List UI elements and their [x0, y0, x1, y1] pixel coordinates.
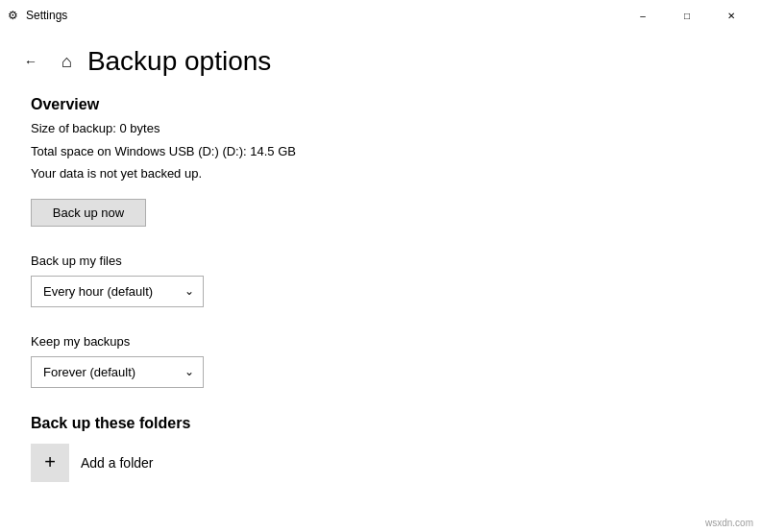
title-bar: ⚙ Settings – □ ✕	[0, 0, 761, 31]
backup-frequency-label: Back up my files	[31, 254, 730, 268]
add-folder-row: + Add a folder	[31, 444, 730, 482]
folders-section: Back up these folders + Add a folder	[31, 415, 730, 482]
title-bar-controls: – □ ✕	[621, 0, 753, 31]
folders-section-title: Back up these folders	[31, 415, 730, 432]
settings-app-icon: ⚙	[8, 9, 18, 22]
close-button[interactable]: ✕	[709, 0, 753, 31]
backup-frequency-section: Back up my files Every hour (default) Ev…	[31, 254, 730, 307]
data-status-text: Your data is not yet backed up.	[31, 164, 730, 183]
backup-frequency-select[interactable]: Every hour (default) Every 10 minutes Ev…	[31, 276, 204, 307]
overview-title: Overview	[31, 96, 730, 113]
keep-backups-dropdown-wrapper: 1 month 3 months 6 months 9 months 1 yea…	[31, 356, 204, 388]
back-arrow-icon: ←	[24, 54, 37, 69]
page-header: ← ⌂ Backup options	[0, 31, 761, 88]
page-title: Backup options	[87, 46, 271, 77]
title-bar-left: ⚙ Settings	[8, 9, 621, 22]
size-of-backup-text: Size of backup: 0 bytes	[31, 119, 730, 138]
keep-backups-select[interactable]: 1 month 3 months 6 months 9 months 1 yea…	[31, 356, 204, 388]
content-area: ← ⌂ Backup options Overview Size of back…	[0, 31, 761, 532]
keep-backups-section: Keep my backups 1 month 3 months 6 month…	[31, 334, 730, 388]
title-bar-text: Settings	[26, 9, 67, 22]
add-folder-label: Add a folder	[81, 455, 154, 471]
home-icon: ⌂	[61, 52, 72, 72]
minimize-button[interactable]: –	[621, 0, 665, 31]
back-button[interactable]: ←	[15, 46, 46, 77]
maximize-button[interactable]: □	[665, 0, 709, 31]
add-folder-button[interactable]: +	[31, 444, 69, 482]
overview-section: Overview Size of backup: 0 bytes Total s…	[31, 96, 730, 227]
window: ⚙ Settings – □ ✕ ← ⌂ Backup options Over…	[0, 0, 761, 532]
keep-backups-label: Keep my backups	[31, 334, 730, 349]
page-content: Overview Size of backup: 0 bytes Total s…	[0, 88, 761, 513]
backup-frequency-dropdown-wrapper: Every hour (default) Every 10 minutes Ev…	[31, 276, 204, 307]
total-space-text: Total space on Windows USB (D:) (D:): 14…	[31, 142, 730, 161]
back-up-now-button[interactable]: Back up now	[31, 199, 146, 227]
